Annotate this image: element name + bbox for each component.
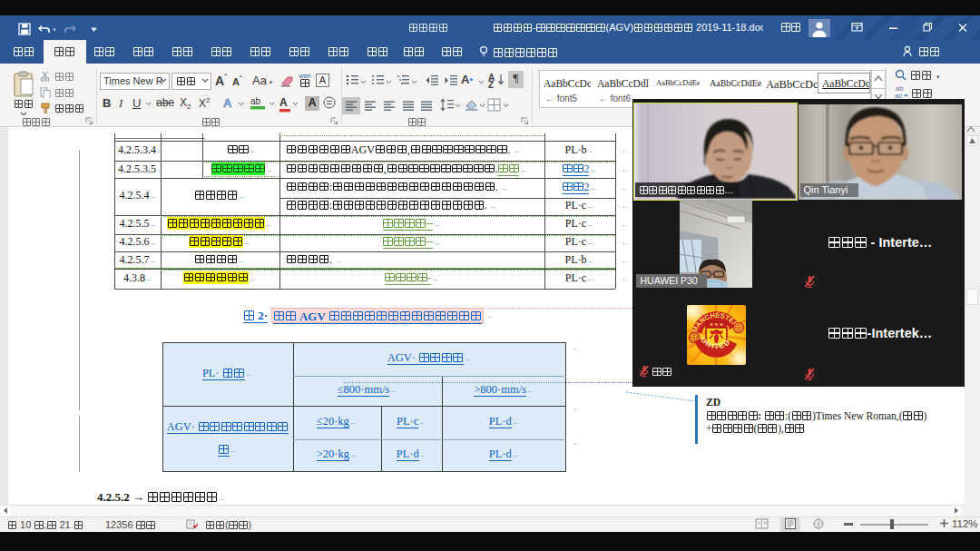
- svg-text:ac: ac: [895, 92, 902, 99]
